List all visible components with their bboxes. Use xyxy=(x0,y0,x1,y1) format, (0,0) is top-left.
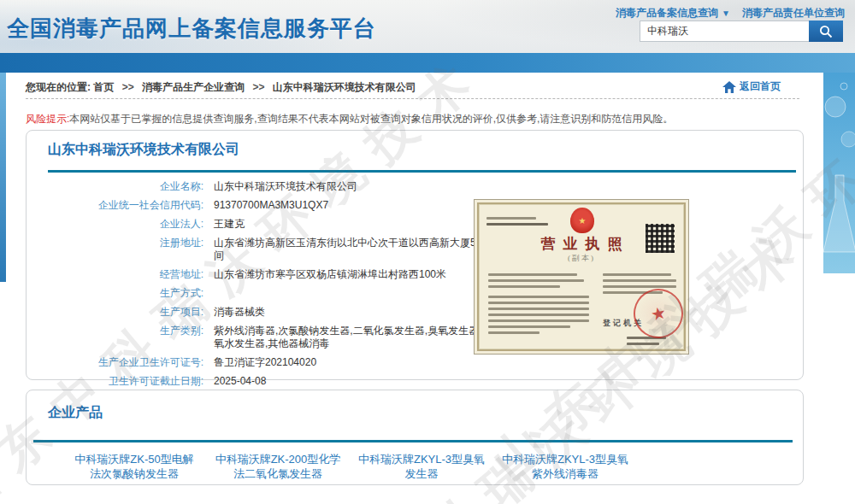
company-products-panel: 企业产品 中科瑞沃牌ZK-50型电解法次氯酸钠发生器 中科瑞沃牌ZK-200型化… xyxy=(26,390,804,485)
license-credit-code-lines xyxy=(486,214,548,229)
national-emblem-icon: ★ xyxy=(570,208,594,233)
field-label: 生产项目: xyxy=(37,306,203,319)
chevron-down-icon: ▼ xyxy=(722,9,730,18)
products-title: 企业产品 xyxy=(48,404,103,422)
nav-responsible-unit-query[interactable]: 消毒产品责任单位查询 xyxy=(742,7,845,19)
field-value: 山东省潍坊市寒亭区双杨店镇湖淋埠出村路西100米 xyxy=(214,268,446,281)
search-icon xyxy=(818,24,834,39)
header-divider-band xyxy=(0,53,855,73)
site-title: 全国消毒产品网上备案信息服务平台 xyxy=(7,14,376,44)
product-link-zkyl3-uv[interactable]: 中科瑞沃牌ZKYL-3型臭氧紫外线消毒器 xyxy=(500,452,630,481)
field-label: 生产类别: xyxy=(37,325,203,337)
field-label: 生产企业卫生许可证号: xyxy=(37,356,203,369)
home-icon xyxy=(722,81,736,93)
breadcrumb-query-link[interactable]: 消毒产品生产企业查询 xyxy=(142,81,245,93)
risk-notice-text: 本网站仅基于已掌握的信息提供查询服务,查询结果不代表本网站对被查询对象信用状况的… xyxy=(69,113,673,125)
company-fields: 企业名称:山东中科瑞沃环境技术有限公司 企业统一社会信用代码:91370700M… xyxy=(37,180,516,394)
field-label: 注册地址: xyxy=(37,237,203,249)
risk-notice: 风险提示:本网站仅基于已掌握的信息提供查询服务,查询结果不代表本网站对被查询对象… xyxy=(26,112,673,126)
product-link-zkyl3-ozone[interactable]: 中科瑞沃牌ZKYL-3型臭氧发生器 xyxy=(357,452,486,481)
breadcrumb-separator: >> xyxy=(252,81,264,93)
field-row: 生产方式: xyxy=(37,287,516,300)
company-title: 山东中科瑞沃环境技术有限公司 xyxy=(48,141,239,159)
field-value: 紫外线消毒器,次氯酸钠发生器,二氧化氯发生器,臭氧发生器、臭氧水发生器,其他器械… xyxy=(214,325,504,350)
field-row: 企业统一社会信用代码:91370700MA3M3U1QX7 xyxy=(37,199,516,212)
breadcrumb-divider xyxy=(26,98,799,99)
field-value: 消毒器械类 xyxy=(214,306,265,319)
search-input[interactable] xyxy=(640,21,809,42)
field-value: 鲁卫消证字202104020 xyxy=(214,356,316,369)
field-label: 卫生许可证截止日期: xyxy=(37,375,203,388)
product-link-zk50[interactable]: 中科瑞沃牌ZK-50型电解法次氯酸钠发生器 xyxy=(69,452,199,481)
back-home-link[interactable]: 返回首页 xyxy=(722,79,781,94)
products-underline xyxy=(33,440,793,442)
breadcrumb-current: 山东中科瑞沃环境技术有限公司 xyxy=(273,81,416,93)
top-nav: 消毒产品备案信息查询▼消毒产品责任单位查询 xyxy=(616,6,845,21)
risk-notice-label: 风险提示: xyxy=(26,113,69,125)
product-links: 中科瑞沃牌ZK-50型电解法次氯酸钠发生器 中科瑞沃牌ZK-200型化学法二氧化… xyxy=(69,452,644,481)
page: 全国消毒产品网上备案信息服务平台 消毒产品备案信息查询▼消毒产品责任单位查询 您… xyxy=(0,0,855,504)
back-home-label: 返回首页 xyxy=(740,79,781,94)
field-row: 经营地址:山东省潍坊市寒亭区双杨店镇湖淋埠出村路西100米 xyxy=(37,268,516,281)
license-left-text-lines xyxy=(488,270,589,337)
company-info-panel: 山东中科瑞沃环境技术有限公司 企业名称:山东中科瑞沃环境技术有限公司 企业统一社… xyxy=(26,130,804,380)
field-label: 企业统一社会信用代码: xyxy=(37,199,203,212)
field-row: 企业名称:山东中科瑞沃环境技术有限公司 xyxy=(37,180,516,193)
business-license-image: ★ 营业执照 (副本) xyxy=(474,199,689,355)
left-decor-strip xyxy=(0,73,6,282)
breadcrumb-separator: >> xyxy=(122,81,134,93)
field-value: 王建克 xyxy=(214,218,245,231)
field-label: 企业名称: xyxy=(37,180,203,193)
chemistry-flask-icon xyxy=(823,73,855,273)
field-value: 91370700MA3M3U1QX7 xyxy=(214,199,328,212)
product-link-zk200[interactable]: 中科瑞沃牌ZK-200型化学法二氧化氯发生器 xyxy=(213,452,343,481)
field-label: 生产方式: xyxy=(37,287,203,300)
qr-code xyxy=(646,224,675,253)
breadcrumb-prefix: 您现在的位置: xyxy=(26,81,91,93)
field-value: 2025-04-08 xyxy=(214,375,266,388)
breadcrumb-home-link[interactable]: 首页 xyxy=(93,81,114,93)
field-label: 企业法人: xyxy=(37,218,203,231)
title-underline xyxy=(48,170,796,173)
right-decor-strip xyxy=(823,73,855,273)
field-row: 注册地址:山东省潍坊高新区玉清东街以北中心次干道以西高新大厦502房间 xyxy=(37,237,516,262)
field-row: 企业法人:王建克 xyxy=(37,218,516,231)
field-label: 经营地址: xyxy=(37,268,203,281)
search-button[interactable] xyxy=(809,21,843,42)
field-value: 山东省潍坊高新区玉清东街以北中心次干道以西高新大厦502房间 xyxy=(214,237,504,262)
search-bar xyxy=(640,21,843,42)
field-row: 生产企业卫生许可证号:鲁卫消证字202104020 xyxy=(37,356,516,369)
breadcrumb: 您现在的位置: 首页 >> 消毒产品生产企业查询 >> 山东中科瑞沃环境技术有限… xyxy=(26,80,416,95)
license-subtitle: (副本) xyxy=(475,253,688,264)
site-header: 全国消毒产品网上备案信息服务平台 消毒产品备案信息查询▼消毒产品责任单位查询 xyxy=(0,0,855,53)
field-row: 生产类别:紫外线消毒器,次氯酸钠发生器,二氧化氯发生器,臭氧发生器、臭氧水发生器… xyxy=(37,325,516,350)
field-value: 山东中科瑞沃环境技术有限公司 xyxy=(214,180,357,193)
field-row: 生产项目:消毒器械类 xyxy=(37,306,516,319)
field-row: 卫生许可证截止日期:2025-04-08 xyxy=(37,375,516,388)
nav-record-info-query[interactable]: 消毒产品备案信息查询 xyxy=(616,7,718,19)
